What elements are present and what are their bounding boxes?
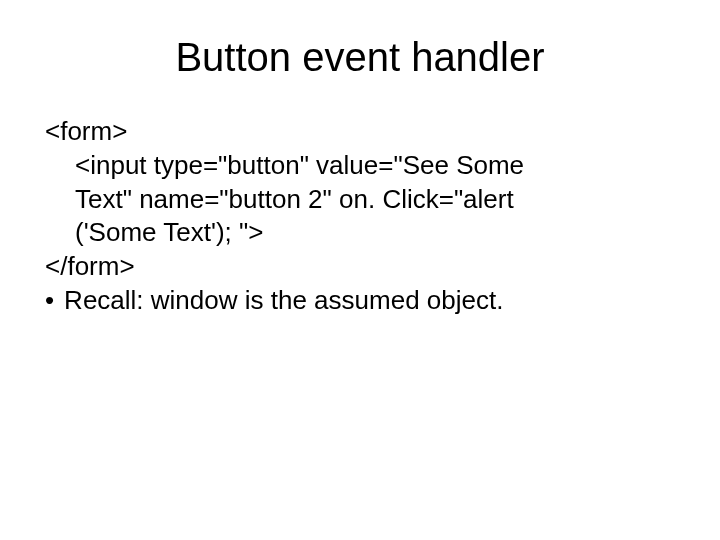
code-line: Text" name="button 2" on. Click="alert (45, 183, 675, 217)
code-line: <form> (45, 115, 675, 149)
bullet-marker: • (45, 284, 54, 318)
code-line: ('Some Text'); "> (45, 216, 675, 250)
code-line: <input type="button" value="See Some (45, 149, 675, 183)
bullet-text: Recall: window is the assumed object. (64, 284, 503, 318)
slide-title: Button event handler (45, 35, 675, 80)
code-line: </form> (45, 250, 675, 284)
slide-container: Button event handler <form> <input type=… (0, 0, 720, 540)
slide-content: <form> <input type="button" value="See S… (45, 115, 675, 318)
bullet-item: • Recall: window is the assumed object. (45, 284, 675, 318)
